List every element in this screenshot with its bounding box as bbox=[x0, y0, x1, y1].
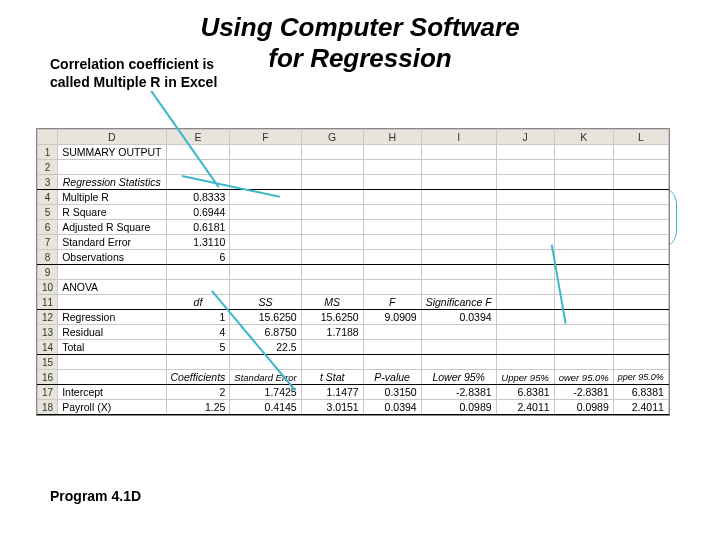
column-headers: DEFGHIJKL bbox=[38, 130, 669, 145]
table-row: 13Residual46.87501.7188 bbox=[38, 325, 669, 340]
table-row: 17Intercept21.74251.14770.3150-2.83816.8… bbox=[38, 385, 669, 400]
table-row: 9 bbox=[38, 265, 669, 280]
table-row: 7Standard Error1.3110 bbox=[38, 235, 669, 250]
table-row: 18Payroll (X)1.250.41453.01510.03940.098… bbox=[38, 400, 669, 415]
table-row: 16CoefficientsStandard Errort StatP-valu… bbox=[38, 370, 669, 385]
table-row: 15 bbox=[38, 355, 669, 370]
table-row: 2 bbox=[38, 160, 669, 175]
table-row: 11dfSSMSFSignificance F bbox=[38, 295, 669, 310]
regression-table: DEFGHIJKL 1SUMMARY OUTPUT 2 3Regression … bbox=[37, 129, 669, 415]
excel-screenshot: DEFGHIJKL 1SUMMARY OUTPUT 2 3Regression … bbox=[36, 128, 670, 416]
table-row: 5R Square0.6944 bbox=[38, 205, 669, 220]
table-row: 14Total522.5 bbox=[38, 340, 669, 355]
table-row: 1SUMMARY OUTPUT bbox=[38, 145, 669, 160]
table-row: 10ANOVA bbox=[38, 280, 669, 295]
table-row: 3Regression Statistics bbox=[38, 175, 669, 190]
program-label: Program 4.1D bbox=[50, 488, 141, 504]
table-row: 12Regression115.625015.62509.09090.0394 bbox=[38, 310, 669, 325]
table-row: 8Observations6 bbox=[38, 250, 669, 265]
table-row: 6Adjusted R Square0.6181 bbox=[38, 220, 669, 235]
callout-correlation: Correlation coefficient iscalled Multipl… bbox=[50, 56, 270, 91]
table-row: 4Multiple R0.8333 bbox=[38, 190, 669, 205]
